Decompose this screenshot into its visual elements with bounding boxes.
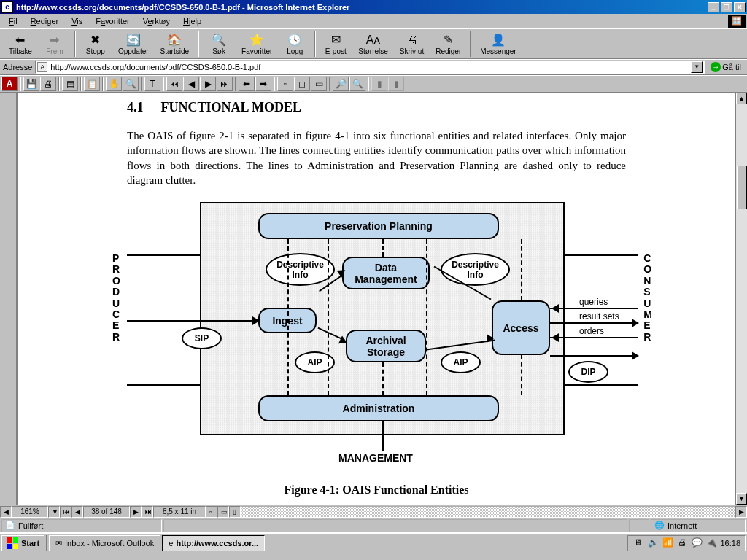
hs-layout1[interactable]: ▫ xyxy=(206,506,217,518)
pdf-print-button[interactable]: 🖨 xyxy=(40,77,56,91)
menu-vis[interactable]: Vis xyxy=(66,15,88,27)
hs-right[interactable]: ▶ xyxy=(735,506,747,518)
vertical-scrollbar[interactable]: ▲ ▼ xyxy=(735,93,747,505)
zoom-level[interactable]: 161% xyxy=(12,506,48,518)
section-heading: 4.1FUNCTIONAL MODEL xyxy=(127,100,626,115)
ie-icon: e xyxy=(1,1,13,13)
favorites-button[interactable]: ⭐Favoritter xyxy=(236,29,278,58)
globe-icon: 🌐 xyxy=(654,521,665,530)
hs-layout3[interactable]: ▯ xyxy=(229,506,241,518)
home-button[interactable]: 🏠Startside xyxy=(155,29,195,58)
doc-icon: 📄 xyxy=(5,521,15,530)
ie-task-icon: e xyxy=(169,539,173,548)
print-button[interactable]: 🖨Skriv ut xyxy=(394,29,430,58)
tray-icon-3[interactable]: 📶 xyxy=(662,537,673,549)
administration-box: Administration xyxy=(258,395,499,421)
tray-icon-1[interactable]: 🖥 xyxy=(632,537,644,549)
pdf-thumbs-button[interactable]: ▮ xyxy=(388,77,404,91)
tray-icon-2[interactable]: 🔊 xyxy=(647,537,659,549)
acrobat-statusbar: ◀ 161% ▼ ⏮ ◀ 38 of 148 ▶ ⏭ 8,5 x 11 in ▫… xyxy=(0,505,747,518)
pdf-bookmark-button[interactable]: ▮ xyxy=(371,77,387,91)
tray-clock: 16:18 xyxy=(720,539,740,548)
menu-hjelp[interactable]: Hjelp xyxy=(177,15,207,27)
task-ie[interactable]: ehttp://www.ccsds.or... xyxy=(162,535,265,551)
task-outlook[interactable]: ✉Inbox - Microsoft Outlook xyxy=(49,535,160,551)
maximize-button[interactable]: ❐ xyxy=(721,2,732,12)
pdf-first-page-button[interactable]: ⏮ xyxy=(166,77,182,91)
address-input[interactable] xyxy=(50,63,688,71)
sip-oval: SIP xyxy=(182,327,222,349)
pdf-nav-pane[interactable] xyxy=(0,93,18,505)
pdf-next-view-button[interactable]: ➡ xyxy=(255,77,271,91)
hs-layout2[interactable]: ▭ xyxy=(217,506,229,518)
messenger-button[interactable]: 👤Messenger xyxy=(474,29,522,58)
ie-throbber-icon: 🪟 xyxy=(728,15,746,28)
minimize-button[interactable]: _ xyxy=(708,2,719,12)
stop-button[interactable]: ✖Stopp xyxy=(79,29,112,58)
pdf-copy-button[interactable]: 📋 xyxy=(84,77,100,91)
menu-rediger[interactable]: Rediger xyxy=(25,15,65,27)
size-button[interactable]: AᴀStørrelse xyxy=(352,29,394,58)
history-button[interactable]: 🕓Logg xyxy=(278,29,311,58)
page-indicator[interactable]: 38 of 148 xyxy=(83,506,130,518)
address-dropdown-button[interactable]: ▼ xyxy=(691,61,703,73)
tray-icon-6[interactable]: 🔌 xyxy=(705,537,717,549)
hs-zoom-drop[interactable]: ▼ xyxy=(48,506,60,518)
refresh-button[interactable]: 🔄Oppdater xyxy=(112,29,155,58)
resultsets-label: result sets xyxy=(579,311,619,322)
tray-icon-5[interactable]: 💬 xyxy=(691,537,703,549)
hs-prev[interactable]: ◀ xyxy=(71,506,83,518)
menu-fil[interactable]: FFilil xyxy=(3,15,23,27)
forward-button[interactable]: ➡Frem xyxy=(38,29,71,58)
pdf-select-text-button[interactable]: ▤ xyxy=(62,77,78,91)
go-icon: → xyxy=(711,62,721,72)
pdf-zoom-tool-button[interactable]: 🔍 xyxy=(123,77,139,91)
page-size: 8,5 x 11 in xyxy=(153,506,206,518)
taskbar: Start ✉Inbox - Microsoft Outlook ehttp:/… xyxy=(0,532,747,553)
start-button[interactable]: Start xyxy=(1,535,44,551)
adobe-icon: A xyxy=(1,77,18,91)
pdf-next-page-button[interactable]: ▶ xyxy=(200,77,216,91)
hs-left[interactable]: ◀ xyxy=(0,506,12,518)
hs-first[interactable]: ⏮ xyxy=(60,506,71,518)
address-label: Adresse xyxy=(3,63,32,71)
scroll-thumb[interactable] xyxy=(737,166,747,209)
window-title: http://www.ccsds.org/documents/pdf/CCSDS… xyxy=(16,3,708,12)
mail-button[interactable]: ✉E-post xyxy=(319,29,352,58)
scroll-up-button[interactable]: ▲ xyxy=(736,93,747,104)
search-button[interactable]: 🔍Søk xyxy=(202,29,236,58)
hs-last[interactable]: ⏭ xyxy=(142,506,153,518)
status-done: 📄Fullført xyxy=(1,519,162,532)
menubar: FFilil Rediger Vis Favoritter Verktøy Hj… xyxy=(0,14,747,28)
pdf-search-button[interactable]: 🔍 xyxy=(349,77,365,91)
content-area: 4.1FUNCTIONAL MODEL The OAIS of figure 2… xyxy=(0,93,747,505)
go-button[interactable]: → Gå til xyxy=(708,62,744,72)
window-titlebar: e http://www.ccsds.org/documents/pdf/CCS… xyxy=(0,0,747,14)
producer-label: PRODUCER xyxy=(112,253,120,343)
pdf-find-button[interactable]: 🔎 xyxy=(333,77,349,91)
edit-button[interactable]: ✎Rediger xyxy=(430,29,467,58)
tray-icon-4[interactable]: 🖨 xyxy=(676,537,688,549)
pdf-fit-page-button[interactable]: ◻ xyxy=(294,77,310,91)
pdf-text-select-button[interactable]: T xyxy=(144,77,160,91)
menu-favoritter[interactable]: Favoritter xyxy=(90,15,135,27)
address-bar: Adresse A ▼ → Gå til xyxy=(0,59,747,75)
h-scroll-track[interactable] xyxy=(241,506,735,518)
address-field[interactable]: A ▼ xyxy=(35,61,705,74)
back-button[interactable]: ⬅Tilbake xyxy=(3,29,38,58)
hs-next[interactable]: ▶ xyxy=(130,506,142,518)
pdf-prev-page-button[interactable]: ◀ xyxy=(183,77,199,91)
pdf-fit-width-button[interactable]: ▭ xyxy=(311,77,327,91)
queries-label: queries xyxy=(579,297,608,307)
aip-oval-2: AIP xyxy=(441,351,481,373)
pdf-hand-tool-button[interactable]: ✋ xyxy=(106,77,122,91)
scroll-down-button[interactable]: ▼ xyxy=(736,493,747,505)
pdf-save-button[interactable]: 💾 xyxy=(23,77,39,91)
consumer-label: CONSUMER xyxy=(643,253,652,343)
pdf-prev-view-button[interactable]: ⬅ xyxy=(239,77,255,91)
menu-verktoy[interactable]: Verktøy xyxy=(137,15,176,27)
pdf-last-page-button[interactable]: ⏭ xyxy=(217,77,233,91)
pdf-actual-size-button[interactable]: ▫ xyxy=(277,77,293,91)
close-button[interactable]: ✕ xyxy=(734,2,746,12)
system-tray[interactable]: 🖥 🔊 📶 🖨 💬 🔌 16:18 xyxy=(627,535,746,551)
